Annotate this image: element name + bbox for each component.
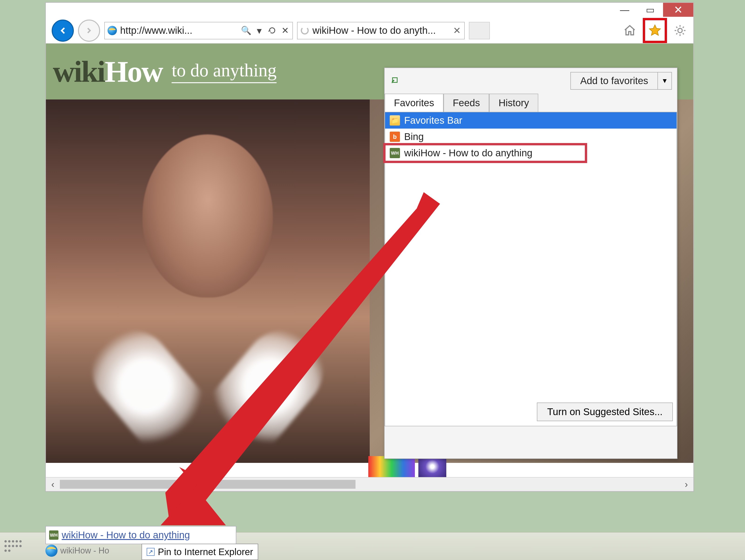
favorites-item-label: Bing [404, 131, 424, 142]
rainbow-graphic [368, 456, 415, 477]
add-to-favorites: Add to favorites ▼ [571, 72, 672, 90]
star-icon [648, 24, 662, 37]
add-to-favorites-dropdown[interactable]: ▼ [658, 72, 672, 90]
minimize-button[interactable]: — [612, 3, 638, 17]
arrow-left-icon [56, 24, 69, 37]
logo-part-wiki: wiki [53, 55, 104, 88]
tab-close-icon[interactable]: ✕ [453, 25, 461, 36]
add-to-favorites-button[interactable]: Add to favorites [571, 72, 658, 90]
heart-graphic [135, 286, 280, 412]
suggested-sites-button[interactable]: Turn on Suggested Sites... [537, 403, 673, 421]
pin-panel-icon[interactable] [390, 76, 400, 86]
scroll-track[interactable] [60, 480, 679, 489]
tab-title: wikiHow - How to do anyth... [313, 25, 449, 36]
face-graphic [142, 134, 273, 298]
settings-gear-icon[interactable] [673, 23, 687, 38]
new-tab-button[interactable] [469, 22, 490, 39]
svg-point-0 [678, 28, 682, 33]
forward-button[interactable] [78, 20, 100, 42]
url-text: http://www.wiki... [120, 25, 238, 36]
favorites-item-label: Favorites Bar [404, 115, 462, 126]
ie-logo-icon [107, 26, 117, 35]
dropdown-icon[interactable]: ▾ [255, 26, 263, 35]
wikihow-tagline: to do anything [171, 60, 277, 83]
dragged-item-label: wikiHow - How to do anything [62, 529, 190, 541]
browser-toolbar: http://www.wiki... 🔍 ▾ ✕ wikiHow - How t… [46, 18, 693, 43]
browser-tab[interactable]: wikiHow - How to do anyth... ✕ [297, 22, 465, 39]
pin-tooltip: ↗ Pin to Internet Explorer [141, 544, 258, 560]
close-button[interactable]: ✕ [663, 3, 693, 17]
ie-logo-icon [45, 545, 58, 557]
search-icon[interactable]: 🔍 [242, 26, 251, 35]
favorites-list: 📁 Favorites Bar b Bing WH wikiHow - How … [385, 112, 677, 426]
loading-spinner-icon [301, 27, 309, 34]
favorites-tabs: Favorites Feeds History [385, 94, 677, 112]
carousel-photo-1 [46, 99, 370, 463]
wikihow-icon: WH [390, 148, 400, 158]
favorites-item-label: wikiHow - How to do anything [404, 148, 532, 159]
favorites-item-bar[interactable]: 📁 Favorites Bar [385, 112, 677, 129]
scroll-right-button[interactable]: › [679, 479, 693, 490]
dragged-favorite-item[interactable]: WH wikiHow - How to do anything [45, 526, 236, 544]
refresh-icon[interactable] [268, 26, 277, 35]
toolbar-right [622, 18, 687, 43]
favorites-panel: Add to favorites ▼ Favorites Feeds Histo… [384, 67, 678, 459]
taskbar: WH wikiHow - How to do anything wikiHow … [0, 532, 745, 560]
maximize-button[interactable]: ▭ [638, 3, 663, 17]
folder-icon: 📁 [390, 115, 400, 126]
bing-icon: b [390, 132, 400, 142]
taskbar-ie-label: wikiHow - Ho [60, 546, 109, 556]
scroll-thumb[interactable] [60, 480, 356, 489]
favorites-panel-top: Add to favorites ▼ [385, 68, 677, 94]
sparkle-graphic [418, 456, 446, 477]
tab-history[interactable]: History [489, 94, 538, 112]
scroll-left-button[interactable]: ‹ [46, 479, 60, 490]
wikihow-logo: wikiHow [53, 54, 162, 89]
favorites-star-button[interactable] [643, 18, 667, 43]
arrow-right-icon [84, 25, 95, 36]
favorites-item-wikihow[interactable]: WH wikiHow - How to do anything [385, 145, 585, 161]
logo-part-how: How [104, 55, 162, 88]
taskbar-ie-button[interactable]: wikiHow - Ho [45, 543, 143, 558]
taskbar-grip [4, 539, 22, 554]
address-bar-icons: 🔍 ▾ ✕ [242, 26, 290, 35]
horizontal-scrollbar[interactable]: ‹ › [46, 477, 693, 491]
home-icon[interactable] [622, 23, 637, 38]
tab-favorites[interactable]: Favorites [385, 94, 444, 112]
pin-tooltip-label: Pin to Internet Explorer [158, 547, 253, 557]
back-button[interactable] [52, 20, 74, 42]
stop-icon[interactable]: ✕ [281, 26, 290, 35]
window-controls: — ▭ ✕ [612, 3, 693, 17]
address-bar[interactable]: http://www.wiki... 🔍 ▾ ✕ [104, 22, 293, 39]
shortcut-arrow-icon: ↗ [147, 548, 155, 556]
tab-feeds[interactable]: Feeds [444, 94, 489, 112]
wikihow-icon: WH [49, 530, 59, 540]
favorites-item-bing[interactable]: b Bing [385, 129, 677, 145]
